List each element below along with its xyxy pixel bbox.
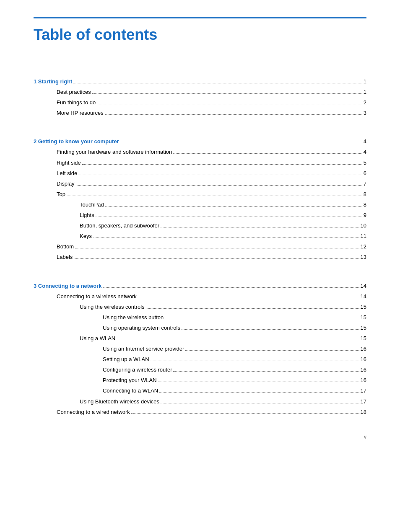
toc-entry-page: 15 [361,302,366,312]
toc-entry-label: Fun things to do [57,98,96,107]
toc-entry-row: Button, speakers, and subwoofer10 [34,221,366,230]
toc-entry-page: 10 [361,221,366,230]
toc-entry-row: More HP resources3 [34,108,366,118]
chapter-row-3: 3 Connecting to a network14 [34,281,366,291]
toc-entry-row: Using the wireless controls15 [34,302,366,312]
top-border [34,17,366,18]
toc-entry-label: Using a WLAN [80,334,115,343]
toc-entry-label: Best practices [57,88,91,97]
toc-entry-label: Using an Internet service provider [103,344,184,354]
toc-entry-label: Using the wireless button [103,313,164,322]
toc-entry-row: Connecting to a WLAN17 [34,386,366,395]
toc-entry-page: 8 [364,190,366,199]
toc-entry-label: Protecting your WLAN [103,376,157,385]
chapter-label-1[interactable]: 1 Starting right [34,77,72,86]
toc-entry-row: Protecting your WLAN16 [34,376,366,385]
chapter-section-3: 3 Connecting to a network14Connecting to… [34,281,366,417]
chapter-page-3: 14 [361,281,366,291]
toc-entry-page: 14 [361,292,366,301]
toc-entry-page: 8 [364,200,366,209]
chapter-label-2[interactable]: 2 Getting to know your computer [34,137,119,146]
toc-entry-page: 3 [364,108,366,118]
toc-entry-row: Top8 [34,190,366,199]
toc-entry-row: Using a WLAN15 [34,334,366,343]
toc-entry-page: 16 [361,355,366,364]
toc-entry-page: 5 [364,158,366,168]
chapter-page-1: 1 [364,77,366,86]
toc-entry-row: Fun things to do2 [34,98,366,107]
chapter-section-1: 1 Starting right1Best practices1Fun thin… [34,77,366,118]
chapter-label-3[interactable]: 3 Connecting to a network [34,281,102,291]
toc-entry-page: 2 [364,98,366,107]
toc-entry-label: Top [57,190,65,199]
toc-entry-page: 7 [364,179,366,189]
toc-entry-label: Connecting to a WLAN [103,386,158,395]
toc-entry-page: 16 [361,376,366,385]
page-footer: v [34,434,366,440]
toc-entry-row: Configuring a wireless router16 [34,365,366,374]
toc-entry-label: Display [57,179,75,189]
toc-entry-row: Using operating system controls15 [34,323,366,333]
toc-entry-label: Configuring a wireless router [103,365,172,374]
toc-entry-label: Using the wireless controls [80,302,145,312]
toc-entry-page: 18 [361,408,366,417]
toc-entry-row: Finding your hardware and software infor… [34,147,366,157]
toc-entry-row: Using Bluetooth wireless devices17 [34,397,366,406]
toc-entry-page: 15 [361,313,366,322]
toc-entry-label: Lights [80,211,94,220]
toc-entry-page: 9 [364,211,366,220]
toc-entry-page: 17 [361,397,366,406]
toc-entry-row: Bottom12 [34,242,366,251]
toc-container: 1 Starting right1Best practices1Fun thin… [34,77,366,417]
page-number: v [364,434,366,440]
toc-entry-page: 12 [361,242,366,251]
toc-entry-row: Left side6 [34,169,366,178]
toc-entry-row: Connecting to a wireless network14 [34,292,366,301]
toc-entry-row: TouchPad8 [34,200,366,209]
toc-entry-page: 11 [361,232,366,241]
toc-entry-label: TouchPad [80,200,104,209]
toc-entry-row: Best practices1 [34,88,366,97]
toc-entry-label: Button, speakers, and subwoofer [80,221,159,230]
toc-entry-row: Connecting to a wired network18 [34,408,366,417]
toc-entry-row: Display7 [34,179,366,189]
toc-entry-label: More HP resources [57,108,104,118]
toc-entry-page: 13 [361,253,366,262]
toc-entry-label: Finding your hardware and software infor… [57,147,172,157]
toc-entry-row: Right side5 [34,158,366,168]
toc-entry-page: 1 [364,88,366,97]
toc-entry-label: Left side [57,169,77,178]
page-title: Table of contents [34,26,366,44]
toc-entry-row: Using the wireless button15 [34,313,366,322]
toc-entry-row: Lights9 [34,211,366,220]
toc-entry-page: 16 [361,365,366,374]
chapter-row-2: 2 Getting to know your computer4 [34,137,366,146]
toc-entry-label: Keys [80,232,92,241]
toc-entry-label: Connecting to a wireless network [57,292,137,301]
toc-entry-page: 6 [364,169,366,178]
toc-entry-row: Keys11 [34,232,366,241]
chapter-section-2: 2 Getting to know your computer4Finding … [34,137,366,262]
toc-entry-row: Labels13 [34,253,366,262]
toc-entry-page: 4 [364,147,366,157]
toc-entry-page: 17 [361,386,366,395]
toc-entry-label: Connecting to a wired network [57,408,130,417]
toc-entry-label: Setting up a WLAN [103,355,149,364]
toc-entry-row: Using an Internet service provider16 [34,344,366,354]
chapter-page-2: 4 [364,137,366,146]
toc-entry-page: 15 [361,323,366,333]
toc-entry-label: Using Bluetooth wireless devices [80,397,159,406]
toc-entry-label: Labels [57,253,73,262]
toc-entry-label: Using operating system controls [103,323,180,333]
toc-entry-label: Right side [57,158,81,168]
toc-entry-page: 16 [361,344,366,354]
toc-entry-label: Bottom [57,242,74,251]
toc-entry-row: Setting up a WLAN16 [34,355,366,364]
chapter-row-1: 1 Starting right1 [34,77,366,86]
toc-entry-page: 15 [361,334,366,343]
